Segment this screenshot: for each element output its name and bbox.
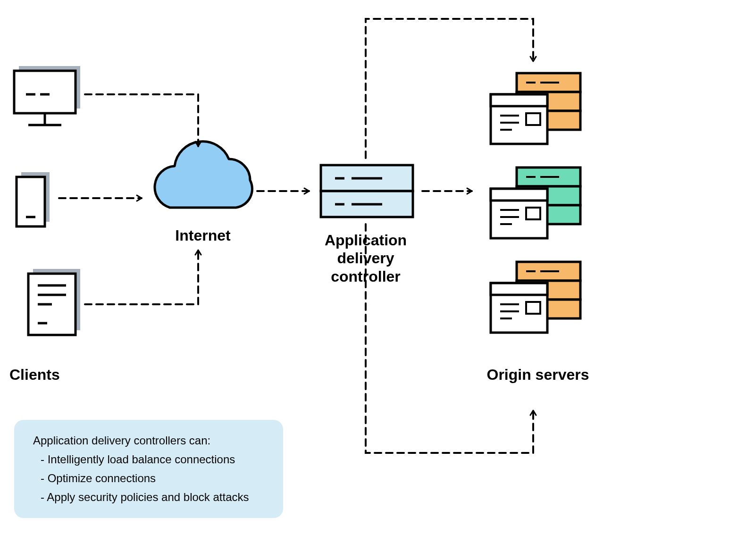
svg-rect-26 [491,94,547,144]
svg-rect-0 [19,66,80,109]
client-phone-icon [17,172,50,226]
svg-rect-44 [517,281,580,300]
adc-label-line1: Application [325,232,407,249]
origin-server-1-icon [491,73,580,144]
svg-rect-42 [526,208,540,219]
svg-rect-15 [321,165,413,191]
origin-server-2-icon [491,167,580,238]
svg-rect-22 [517,92,580,111]
callout-item-3: - Apply security policies and block atta… [33,491,264,504]
svg-rect-43 [517,262,580,281]
callout-item-2: - Optimize connections [33,472,264,485]
svg-rect-10 [28,274,75,335]
svg-rect-16 [321,191,413,217]
svg-rect-1 [14,71,75,113]
origin-server-3-icon [491,262,580,333]
svg-rect-33 [517,186,580,205]
arrow-monitor-to-internet [85,94,198,146]
adc-label-line2: delivery [337,250,394,267]
adc-box-icon [321,165,413,217]
svg-rect-34 [517,205,580,224]
adc-label: Application delivery controller [304,231,427,285]
internet-label: Internet [156,226,250,244]
client-tablet-icon [28,269,80,335]
arrow-adc-to-server-top [366,19,533,158]
callout-item-1: - Intelligently load balance connections [33,453,264,466]
svg-rect-53 [526,302,540,314]
svg-rect-7 [17,177,45,226]
svg-rect-32 [517,167,580,186]
internet-cloud-icon [155,142,252,208]
arrow-tablet-to-internet [85,250,198,304]
callout-box: Application delivery controllers can: - … [14,420,283,518]
adc-label-line3: controller [331,268,401,285]
svg-rect-21 [517,73,580,92]
svg-rect-27 [491,94,547,106]
svg-rect-48 [491,283,547,333]
svg-rect-45 [517,300,580,318]
client-monitor-icon [14,66,80,125]
callout-heading: Application delivery controllers can: [33,434,264,447]
svg-rect-23 [517,111,580,130]
origin-servers-label: Origin servers [467,366,609,384]
svg-rect-37 [491,189,547,238]
clients-label: Clients [9,366,104,384]
svg-rect-38 [491,189,547,201]
svg-rect-9 [33,269,80,330]
svg-rect-6 [21,172,50,222]
svg-rect-31 [526,113,540,125]
svg-rect-49 [491,283,547,295]
